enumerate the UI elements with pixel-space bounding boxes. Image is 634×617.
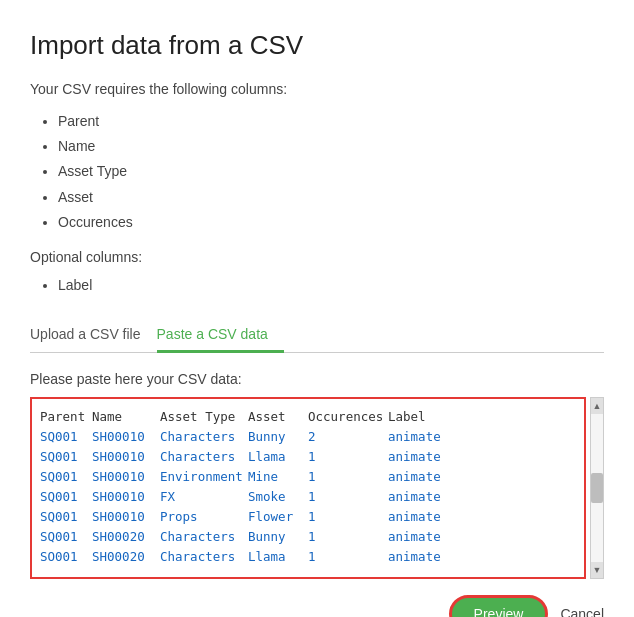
required-col-asset: Asset — [58, 185, 604, 210]
scrollbar[interactable]: ▲ ▼ — [590, 397, 604, 579]
optional-label: Optional columns: — [30, 249, 604, 265]
table-row: SQ001SH00010EnvironmentMine1animate — [40, 467, 576, 487]
table-row: SO001SH00020CharactersLlama1animate — [40, 547, 576, 567]
csv-data-display[interactable]: ParentNameAsset TypeAssetOccurencesLabel… — [32, 399, 584, 577]
preview-button[interactable]: Preview — [449, 595, 549, 617]
description-text: Your CSV requires the following columns: — [30, 81, 604, 97]
paste-label: Please paste here your CSV data: — [30, 371, 604, 387]
table-row: SQ001SH00010CharactersBunny2animate — [40, 427, 576, 447]
tab-paste[interactable]: Paste a CSV data — [157, 318, 284, 353]
table-row: SQ001SH00010FXSmoke1animate — [40, 487, 576, 507]
page-title: Import data from a CSV — [30, 30, 604, 61]
table-row: SQ001SH00010PropsFlower1animate — [40, 507, 576, 527]
optional-columns-list: Label — [30, 273, 604, 298]
cancel-button[interactable]: Cancel — [560, 606, 604, 617]
required-col-parent: Parent — [58, 109, 604, 134]
scroll-track — [591, 414, 603, 562]
optional-col-label: Label — [58, 273, 604, 298]
csv-header-row: ParentNameAsset TypeAssetOccurencesLabel — [40, 407, 576, 427]
required-col-occurences: Occurences — [58, 210, 604, 235]
required-columns-list: Parent Name Asset Type Asset Occurences — [30, 109, 604, 235]
required-col-name: Name — [58, 134, 604, 159]
scroll-down-arrow[interactable]: ▼ — [591, 562, 603, 578]
csv-container: ParentNameAsset TypeAssetOccurencesLabel… — [30, 397, 604, 579]
csv-input-area[interactable]: ParentNameAsset TypeAssetOccurencesLabel… — [30, 397, 586, 579]
tab-bar: Upload a CSV file Paste a CSV data — [30, 318, 604, 353]
scroll-up-arrow[interactable]: ▲ — [591, 398, 603, 414]
bottom-bar: Preview Cancel — [30, 595, 604, 617]
required-col-asset-type: Asset Type — [58, 159, 604, 184]
table-row: SQ001SH00010CharactersLlama1animate — [40, 447, 576, 467]
table-row: SQ001SH00020CharactersBunny1animate — [40, 527, 576, 547]
tab-upload[interactable]: Upload a CSV file — [30, 318, 157, 353]
scroll-thumb[interactable] — [591, 473, 603, 503]
